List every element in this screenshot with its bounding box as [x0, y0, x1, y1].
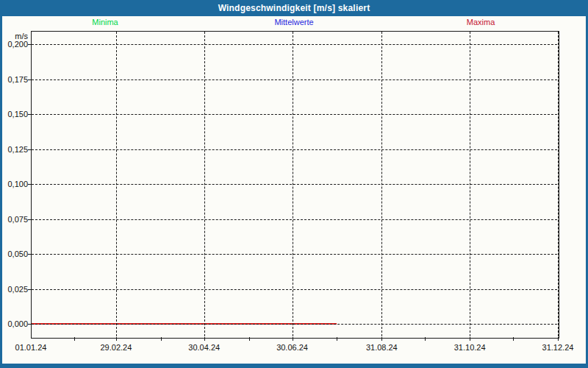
- legend-item-maxima: Maxima: [467, 18, 495, 26]
- y-tick-label: 0,150: [0, 110, 28, 118]
- chart-window: Windgeschwindigkeit [m/s] skaliert Minim…: [0, 0, 588, 368]
- window-frame-left: [0, 16, 2, 368]
- chart-legend: Minima Mittelwerte Maxima: [0, 18, 588, 28]
- y-tick-label: 0,125: [0, 145, 28, 154]
- x-tick-label: 29.02.24: [90, 343, 142, 352]
- x-tick-label: 31.08.24: [356, 343, 407, 352]
- x-tick-label: 31.10.24: [444, 343, 495, 352]
- plot-area-border: [31, 31, 559, 339]
- y-tick-label: 0,075: [0, 215, 28, 224]
- y-tick-label: 0,100: [0, 180, 28, 188]
- y-tick-label: 0,050: [0, 250, 28, 258]
- x-tick-label: 01.01.24: [5, 343, 57, 352]
- x-tick-label: 30.06.24: [267, 343, 318, 352]
- y-tick-label: 0,175: [0, 75, 28, 84]
- x-tick-label: 31.12.24: [532, 343, 584, 352]
- y-tick-label: 0,200: [0, 40, 28, 49]
- window-frame-bottom: [0, 364, 588, 368]
- x-tick-label: 30.04.24: [179, 343, 230, 352]
- title-bar: Windgeschwindigkeit [m/s] skaliert: [0, 0, 588, 16]
- legend-item-mittelwerte: Mittelwerte: [274, 18, 313, 26]
- chart-title: Windgeschwindigkeit [m/s] skaliert: [218, 3, 370, 13]
- y-tick-label: 0,025: [0, 285, 28, 294]
- legend-item-minima: Minima: [92, 18, 118, 26]
- y-axis-unit-label: m/s: [0, 32, 28, 40]
- y-tick-label: 0,000: [0, 319, 28, 328]
